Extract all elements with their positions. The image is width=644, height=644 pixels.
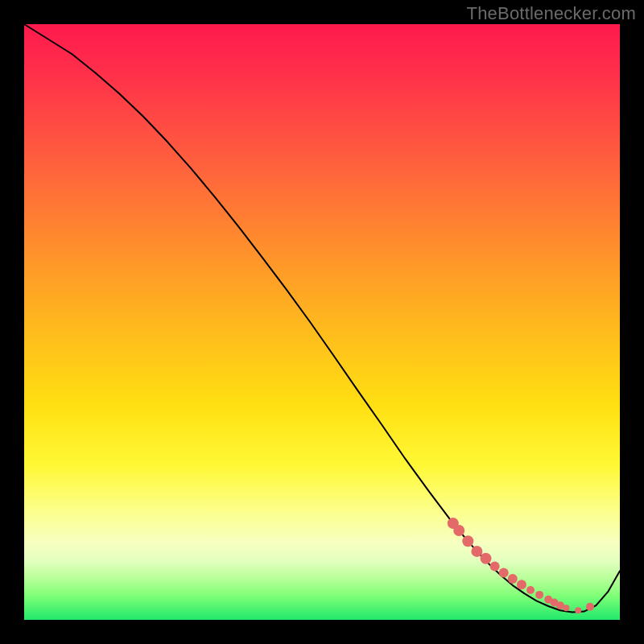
highlight-point	[526, 586, 535, 594]
highlight-point	[586, 603, 594, 611]
chart-frame: TheBottlenecker.com	[0, 0, 644, 644]
highlight-point	[471, 546, 482, 557]
highlight-point	[499, 568, 509, 578]
highlight-point	[453, 525, 464, 536]
highlight-point	[535, 591, 543, 599]
watermark-text: TheBottlenecker.com	[467, 3, 636, 24]
highlight-point	[517, 580, 526, 589]
highlight-points	[448, 518, 594, 613]
highlight-point	[575, 607, 581, 613]
curve-layer	[24, 24, 620, 620]
plot-area	[24, 24, 620, 620]
highlight-point	[563, 605, 569, 611]
highlight-point	[481, 553, 492, 564]
highlight-point	[462, 535, 473, 547]
bottleneck-curve	[24, 24, 620, 612]
highlight-point	[508, 574, 518, 584]
highlight-point	[490, 561, 500, 571]
